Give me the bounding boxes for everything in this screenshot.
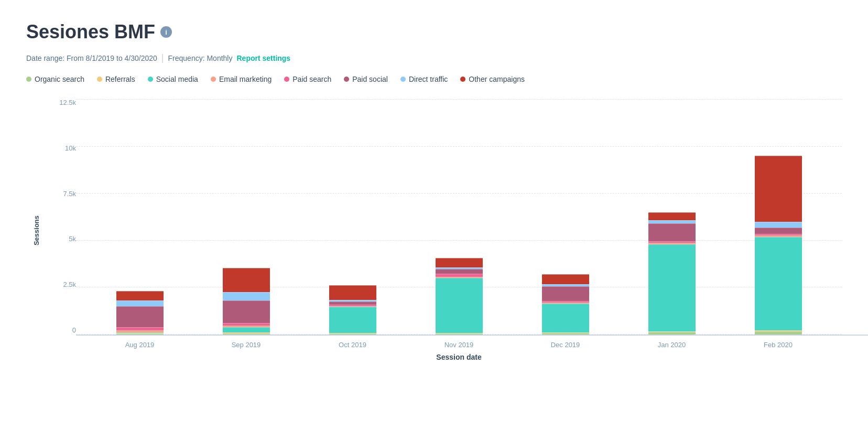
page-title: Sesiones BMF i [26, 21, 842, 43]
y-tick: 10k [47, 145, 76, 152]
legend-label-paid-social: Paid social [352, 75, 388, 83]
y-axis-label-container: Sessions [26, 99, 47, 361]
bar-segment-organicSearch [223, 334, 270, 335]
bar-segment-organicSearch [116, 334, 164, 335]
legend-label-direct-traffic: Direct traffic [409, 75, 448, 83]
bar-segment-organicSearch [329, 334, 376, 335]
x-tick: Jan 2020 [643, 341, 701, 349]
legend-label-social-media: Social media [156, 75, 198, 83]
x-tick: Oct 2019 [324, 341, 382, 349]
chart-plot: 12.5k10k7.5k5k2.5k0 [47, 99, 842, 335]
bar-segment-otherCampaigns [223, 268, 270, 292]
bar-segment-paidSocial [116, 306, 164, 327]
legend-label-referrals: Referrals [105, 75, 135, 83]
bar-segment-socialMedia [436, 278, 483, 333]
x-tick: Dec 2019 [537, 341, 594, 349]
bar-group[interactable] [111, 291, 169, 335]
info-icon[interactable]: i [160, 26, 172, 38]
bar-segment-socialMedia [542, 304, 589, 332]
report-settings-link[interactable]: Report settings [236, 54, 290, 62]
legend-dot-referrals [97, 77, 102, 82]
bar-segment-socialMedia [755, 237, 802, 330]
bar-segment-otherCampaigns [648, 212, 696, 220]
bar-segment-organicSearch [542, 333, 589, 335]
bar-stack[interactable] [755, 156, 802, 335]
bar-segment-otherCampaigns [329, 285, 376, 300]
bar-segment-directTraffic [223, 292, 270, 300]
legend-item-direct-traffic: Direct traffic [400, 75, 448, 83]
y-tick: 0 [47, 327, 76, 334]
bar-segment-socialMedia [223, 327, 270, 333]
title-text: Sesiones BMF [26, 21, 155, 43]
plot-area [76, 99, 842, 335]
bar-segment-directTraffic [116, 300, 164, 306]
x-axis-label: Session date [76, 353, 842, 361]
legend-label-other-campaigns: Other campaigns [469, 75, 525, 83]
bar-segment-paidSocial [648, 223, 696, 241]
y-tick: 2.5k [47, 281, 76, 288]
bar-group[interactable] [750, 156, 807, 335]
x-tick: Sep 2019 [218, 341, 275, 349]
legend-label-paid-search: Paid search [292, 75, 331, 83]
legend-dot-paid-social [344, 77, 349, 82]
y-tick: 5k [47, 235, 76, 242]
divider: | [161, 52, 164, 63]
legend-item-paid-social: Paid social [344, 75, 388, 83]
bar-segment-organicSearch [436, 334, 483, 335]
legend: Organic searchReferralsSocial mediaEmail… [26, 75, 842, 83]
legend-label-organic-search: Organic search [35, 75, 84, 83]
bar-group[interactable] [324, 285, 382, 335]
frequency: Frequency: Monthly [168, 54, 233, 62]
legend-item-social-media: Social media [148, 75, 198, 83]
y-axis: 12.5k10k7.5k5k2.5k0 [47, 99, 76, 335]
date-range: Date range: From 8/1/2019 to 4/30/2020 [26, 54, 157, 62]
bar-stack[interactable] [436, 258, 483, 335]
bar-group[interactable] [430, 258, 488, 335]
bar-segment-otherCampaigns [755, 156, 802, 222]
bar-segment-organicSearch [648, 332, 696, 335]
bar-segment-otherCampaigns [116, 291, 164, 300]
x-tick: Feb 2020 [750, 341, 807, 349]
bar-segment-paidSocial [436, 269, 483, 274]
chart-inner: 12.5k10k7.5k5k2.5k0 Aug 2019Sep 2019Oct … [47, 99, 842, 361]
legend-item-email-marketing: Email marketing [211, 75, 272, 83]
legend-label-email-marketing: Email marketing [219, 75, 272, 83]
legend-item-paid-search: Paid search [284, 75, 331, 83]
subtitle: Date range: From 8/1/2019 to 4/30/2020 |… [26, 52, 842, 63]
bar-segment-paidSocial [542, 286, 589, 301]
y-tick: 12.5k [47, 99, 76, 106]
bar-group[interactable] [537, 274, 594, 335]
bar-stack[interactable] [116, 291, 164, 335]
bar-stack[interactable] [542, 274, 589, 335]
legend-dot-organic-search [26, 77, 31, 82]
bar-segment-organicSearch [755, 331, 802, 335]
y-axis-label: Sessions [33, 215, 41, 245]
bar-stack[interactable] [223, 268, 270, 335]
legend-item-other-campaigns: Other campaigns [460, 75, 525, 83]
legend-dot-other-campaigns [460, 77, 465, 82]
chart-container: Sessions 12.5k10k7.5k5k2.5k0 Aug 2019Sep… [26, 99, 842, 361]
bar-group[interactable] [218, 268, 275, 335]
x-axis: Aug 2019Sep 2019Oct 2019Nov 2019Dec 2019… [47, 336, 842, 349]
bars-area [76, 99, 842, 335]
x-tick: Nov 2019 [430, 341, 488, 349]
bar-stack[interactable] [329, 285, 376, 335]
bar-group[interactable] [643, 212, 701, 335]
legend-dot-social-media [148, 77, 153, 82]
x-tick: Aug 2019 [111, 341, 169, 349]
bar-segment-paidSocial [223, 300, 270, 323]
legend-dot-email-marketing [211, 77, 216, 82]
bar-segment-socialMedia [648, 244, 696, 331]
legend-item-organic-search: Organic search [26, 75, 84, 83]
bar-segment-socialMedia [329, 307, 376, 332]
bar-segment-paidSocial [755, 228, 802, 234]
y-tick: 7.5k [47, 190, 76, 197]
bar-segment-otherCampaigns [436, 258, 483, 267]
bar-stack[interactable] [648, 212, 696, 335]
legend-item-referrals: Referrals [97, 75, 135, 83]
bar-segment-otherCampaigns [542, 274, 589, 284]
legend-dot-paid-search [284, 77, 289, 82]
bar-segment-directTraffic [755, 222, 802, 228]
legend-dot-direct-traffic [400, 77, 406, 82]
